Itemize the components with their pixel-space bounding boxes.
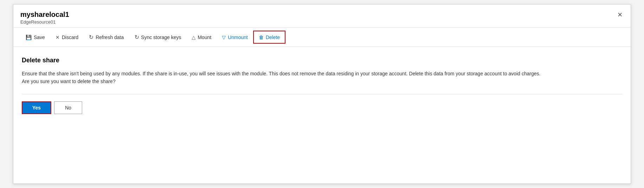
divider: [22, 94, 622, 94]
section-title: Delete share: [22, 57, 622, 64]
save-button[interactable]: Save: [20, 31, 50, 43]
dialog-title: mysharelocal1: [20, 10, 624, 19]
discard-icon: [55, 34, 60, 40]
mount-button[interactable]: Mount: [186, 31, 217, 43]
action-buttons: Yes No: [22, 101, 622, 120]
dialog-subtitle: EdgeResource01: [20, 19, 624, 25]
section-text: Ensure that the share isn't being used b…: [22, 70, 548, 86]
no-button[interactable]: No: [54, 101, 82, 114]
refresh-icon: [89, 34, 93, 40]
mount-icon: [192, 34, 196, 40]
save-label: Save: [34, 35, 45, 40]
unmount-label: Unmount: [228, 35, 248, 40]
delete-label: Delete: [266, 35, 280, 40]
refresh-button[interactable]: Refresh data: [84, 31, 129, 44]
discard-label: Discard: [62, 35, 78, 40]
content-area: Delete share Ensure that the share isn't…: [13, 47, 631, 128]
yes-button[interactable]: Yes: [22, 101, 51, 114]
toolbar: Save Discard Refresh data Sync storage k…: [13, 28, 631, 47]
close-button[interactable]: [615, 10, 625, 20]
discard-button[interactable]: Discard: [50, 31, 84, 43]
save-icon: [26, 34, 32, 40]
unmount-button[interactable]: Unmount: [217, 31, 253, 43]
refresh-label: Refresh data: [96, 35, 124, 40]
sync-label: Sync storage keys: [141, 35, 181, 40]
sync-button[interactable]: Sync storage keys: [129, 31, 186, 44]
sync-icon: [134, 34, 139, 40]
dialog-container: mysharelocal1 EdgeResource01 Save Discar…: [13, 4, 631, 184]
delete-icon: [259, 34, 264, 40]
unmount-icon: [222, 34, 226, 40]
dialog-header: mysharelocal1 EdgeResource01: [13, 5, 631, 28]
delete-button[interactable]: Delete: [253, 31, 285, 44]
close-icon: [617, 11, 623, 19]
mount-label: Mount: [198, 35, 211, 40]
